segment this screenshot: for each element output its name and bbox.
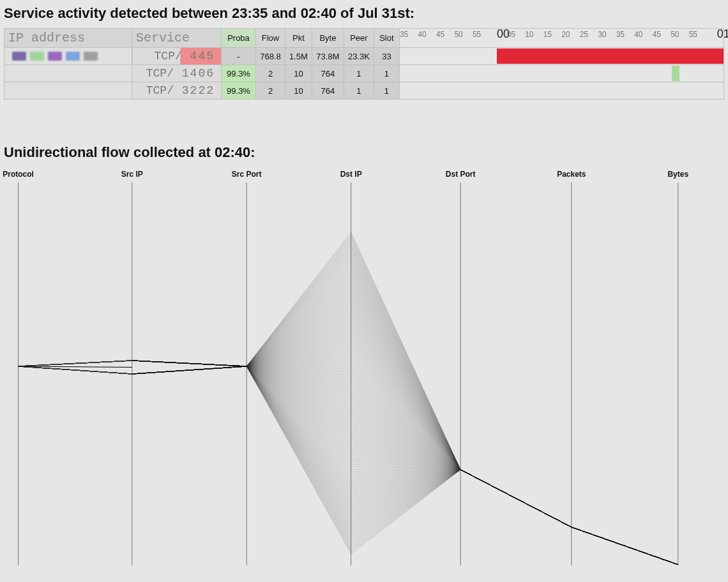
column-ip[interactable]: IP address	[4, 29, 132, 48]
ip-cell	[4, 65, 132, 82]
axis-label: Src Port	[232, 170, 262, 179]
table-row[interactable]: TCP/ 140699.3%21076411	[4, 65, 724, 82]
svg-line-10	[460, 470, 572, 527]
flow-cell: 2	[256, 65, 285, 82]
timeline-tick: 10	[525, 30, 533, 39]
timeline-cell	[399, 48, 724, 65]
timeline-tick: 40	[634, 30, 642, 39]
flow-cell: 2	[256, 82, 285, 100]
flow-cell: 768.8	[256, 48, 285, 65]
svg-line-8	[132, 361, 246, 366]
activity-table: IP address Service Proba Flow Pkt Byte P…	[4, 28, 724, 100]
service-cell: TCP/ 445	[132, 48, 222, 65]
column-byte[interactable]: Byte	[312, 29, 344, 48]
timeline-tick: 35	[400, 30, 408, 39]
table-row[interactable]: TCP/ 445-768.81.5M73.8M23.3K33	[4, 48, 724, 65]
timeline-tick: 40	[418, 30, 426, 39]
timeline-tick: 20	[561, 30, 570, 39]
slot-cell: 1	[374, 65, 399, 82]
axis-label: Packets	[557, 170, 586, 179]
axis-label: Protocol	[3, 170, 34, 179]
axis-label: Src IP	[121, 170, 143, 179]
axis-label: Dst IP	[340, 170, 362, 179]
ip-cell	[4, 48, 132, 65]
page-title: Service activity detected between 23:35 …	[4, 5, 724, 22]
peer-cell: 1	[344, 82, 374, 100]
timeline-cell	[399, 65, 724, 82]
flow-title: Unidirectional flow collected at 02:40:	[4, 144, 724, 161]
byte-cell: 764	[312, 65, 344, 82]
slot-cell: 33	[374, 48, 399, 65]
proba-cell: 99.3%	[222, 65, 256, 82]
timeline-tick: 15	[543, 30, 552, 39]
svg-line-7	[19, 366, 132, 368]
svg-line-9	[132, 366, 246, 374]
pkt-cell: 1.5M	[285, 48, 312, 65]
flow-chart: ProtocolSrc IPSrc PortDst IPDst PortPack…	[4, 170, 724, 565]
table-row[interactable]: TCP/ 322299.3%21076411	[4, 82, 724, 100]
timeline-bar	[497, 48, 724, 64]
peer-cell: 1	[344, 65, 374, 82]
ip-cell	[4, 82, 132, 100]
column-flow[interactable]: Flow	[256, 29, 285, 48]
proba-cell: -	[222, 48, 256, 65]
timeline-tick: 55	[689, 30, 697, 39]
timeline-tick: 01	[717, 27, 728, 41]
timeline-tick: 45	[436, 30, 444, 39]
byte-cell: 73.8M	[312, 48, 344, 65]
timeline-cell	[399, 82, 724, 100]
byte-cell: 764	[312, 82, 344, 100]
timeline-header: 354045505500051015202530354045505501	[399, 29, 724, 48]
timeline-tick: 35	[616, 30, 625, 39]
service-cell: TCP/ 1406	[132, 65, 222, 82]
proba-cell: 99.3%	[222, 82, 256, 100]
pkt-cell: 10	[285, 82, 312, 100]
column-slot[interactable]: Slot	[374, 29, 399, 48]
axis-label: Dst Port	[446, 170, 476, 179]
timeline-tick: 50	[454, 30, 462, 39]
timeline-tick: 05	[507, 30, 515, 39]
pkt-cell: 10	[285, 65, 312, 82]
timeline-tick: 55	[473, 30, 481, 39]
column-peer[interactable]: Peer	[344, 29, 374, 48]
axis-label: Bytes	[667, 170, 688, 179]
service-cell: TCP/ 3222	[132, 82, 222, 100]
column-service[interactable]: Service	[132, 29, 222, 48]
column-proba[interactable]: Proba	[222, 29, 256, 48]
peer-cell: 23.3K	[344, 48, 374, 65]
timeline-tick: 30	[598, 30, 606, 39]
svg-line-11	[572, 527, 678, 565]
timeline-bar	[672, 66, 679, 81]
column-pkt[interactable]: Pkt	[285, 29, 312, 48]
timeline-tick: 45	[653, 30, 661, 39]
timeline-tick: 50	[671, 30, 679, 39]
slot-cell: 1	[374, 82, 399, 100]
timeline-tick: 25	[580, 30, 588, 39]
